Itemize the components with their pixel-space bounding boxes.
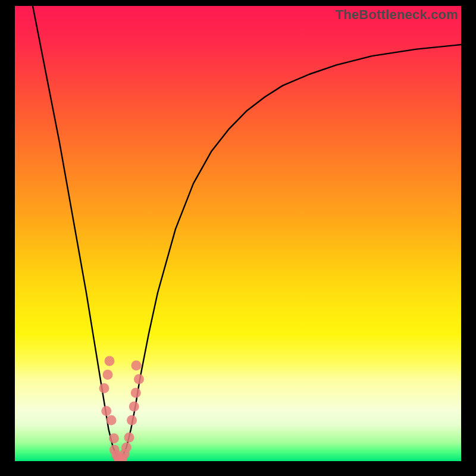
background-gradient	[15, 6, 461, 461]
plot-area	[15, 6, 461, 461]
chart-frame: TheBottleneck.com	[0, 0, 476, 476]
